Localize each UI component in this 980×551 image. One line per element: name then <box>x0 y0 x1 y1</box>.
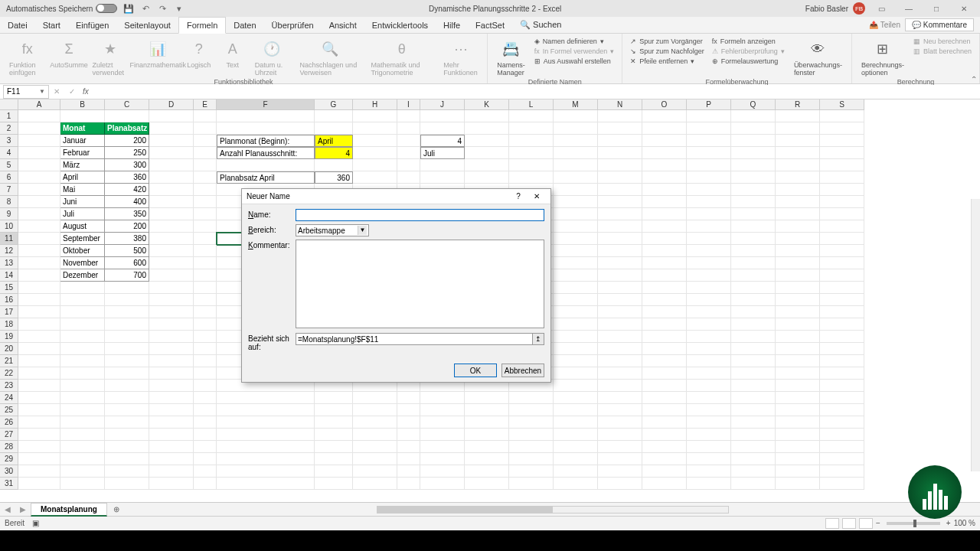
cell-S26[interactable] <box>820 416 864 429</box>
cell-R9[interactable] <box>776 208 820 220</box>
cell-Q1[interactable] <box>731 110 776 122</box>
cell-J6[interactable] <box>420 171 465 184</box>
cell-R2[interactable] <box>776 122 820 135</box>
tab-factset[interactable]: FactSet <box>468 18 512 33</box>
cell-M4[interactable] <box>554 147 598 159</box>
row-header-27[interactable]: 27 <box>0 429 18 441</box>
cell-S16[interactable] <box>820 294 864 306</box>
cell-R18[interactable] <box>776 318 820 331</box>
cell-R19[interactable] <box>776 331 820 343</box>
cell-N7[interactable] <box>598 184 642 196</box>
row-header-30[interactable]: 30 <box>0 465 18 478</box>
cell-C1[interactable] <box>105 110 149 122</box>
cell-B19[interactable] <box>60 331 105 343</box>
cell-P13[interactable] <box>687 257 731 269</box>
cell-L24[interactable] <box>509 392 554 404</box>
row-header-10[interactable]: 10 <box>0 220 18 233</box>
cell-P28[interactable] <box>687 441 731 453</box>
cell-S31[interactable] <box>820 478 864 490</box>
search-box[interactable]: 🔍 Suchen <box>512 17 569 33</box>
cell-E20[interactable] <box>194 343 217 355</box>
cell-C21[interactable] <box>105 355 149 367</box>
row-header-6[interactable]: 6 <box>0 171 18 184</box>
cell-R11[interactable] <box>776 233 820 245</box>
cell-S20[interactable] <box>820 343 864 355</box>
cell-B12[interactable]: Oktober <box>60 245 105 257</box>
cell-S18[interactable] <box>820 318 864 331</box>
cell-N3[interactable] <box>598 135 642 147</box>
cell-B9[interactable]: Juli <box>60 208 105 220</box>
tab-datei[interactable]: Datei <box>0 18 35 33</box>
row-header-26[interactable]: 26 <box>0 416 18 429</box>
cell-H26[interactable] <box>353 416 397 429</box>
cell-J29[interactable] <box>420 453 465 465</box>
cell-Q3[interactable] <box>731 135 776 147</box>
cell-Q8[interactable] <box>731 196 776 208</box>
cell-R29[interactable] <box>776 453 820 465</box>
cell-O15[interactable] <box>642 282 687 294</box>
cell-Q15[interactable] <box>731 282 776 294</box>
cell-I4[interactable] <box>397 147 420 159</box>
row-header-17[interactable]: 17 <box>0 306 18 318</box>
cell-F2[interactable] <box>217 122 315 135</box>
cell-Q12[interactable] <box>731 245 776 257</box>
cell-C14[interactable]: 700 <box>105 269 149 282</box>
col-header-J[interactable]: J <box>420 99 465 110</box>
cell-N14[interactable] <box>598 269 642 282</box>
tab-nav-prev-icon[interactable]: ◀ <box>0 505 15 514</box>
cell-L30[interactable] <box>509 465 554 478</box>
comment-textarea[interactable] <box>296 240 544 328</box>
cell-B8[interactable]: Juni <box>60 196 105 208</box>
cell-Q4[interactable] <box>731 147 776 159</box>
cell-P26[interactable] <box>687 416 731 429</box>
scope-select[interactable]: Arbeitsmappe▼ <box>296 224 369 236</box>
cell-B28[interactable] <box>60 441 105 453</box>
cell-B11[interactable]: September <box>60 233 105 245</box>
user-avatar[interactable]: FB <box>853 2 865 15</box>
cell-C22[interactable] <box>105 367 149 380</box>
cell-P23[interactable] <box>687 380 731 392</box>
maximize-icon[interactable]: □ <box>925 1 948 16</box>
cell-E10[interactable] <box>194 220 217 233</box>
cell-R30[interactable] <box>776 465 820 478</box>
row-header-9[interactable]: 9 <box>0 208 18 220</box>
cell-P29[interactable] <box>687 453 731 465</box>
cell-H2[interactable] <box>353 122 397 135</box>
text-button[interactable]: AText <box>218 37 247 70</box>
row-header-20[interactable]: 20 <box>0 343 18 355</box>
cell-P7[interactable] <box>687 184 731 196</box>
evaluate-formula-button[interactable]: ⊕ Formelauswertung <box>710 57 786 66</box>
col-header-B[interactable]: B <box>60 99 105 110</box>
cell-B18[interactable] <box>60 318 105 331</box>
cell-Q19[interactable] <box>731 331 776 343</box>
cell-E16[interactable] <box>194 294 217 306</box>
cell-D10[interactable] <box>149 220 194 233</box>
cell-E30[interactable] <box>194 465 217 478</box>
cell-R5[interactable] <box>776 159 820 171</box>
cell-H28[interactable] <box>353 441 397 453</box>
col-header-F[interactable]: F <box>217 99 315 110</box>
cell-C13[interactable]: 600 <box>105 257 149 269</box>
cell-P30[interactable] <box>687 465 731 478</box>
zoom-in-icon[interactable]: + <box>946 519 951 527</box>
cell-O30[interactable] <box>642 465 687 478</box>
cell-D19[interactable] <box>149 331 194 343</box>
cell-O16[interactable] <box>642 294 687 306</box>
cell-M29[interactable] <box>554 453 598 465</box>
cell-E14[interactable] <box>194 269 217 282</box>
cell-N22[interactable] <box>598 367 642 380</box>
recent-button[interactable]: ★Zuletzt verwendet <box>90 37 132 78</box>
tab-daten[interactable]: Daten <box>226 18 263 33</box>
cell-N27[interactable] <box>598 429 642 441</box>
cell-D26[interactable] <box>149 416 194 429</box>
cell-A3[interactable] <box>18 135 60 147</box>
cell-D8[interactable] <box>149 196 194 208</box>
cell-B22[interactable] <box>60 367 105 380</box>
zoom-slider[interactable] <box>887 522 940 525</box>
cell-E8[interactable] <box>194 196 217 208</box>
cell-D5[interactable] <box>149 159 194 171</box>
cell-I24[interactable] <box>397 392 420 404</box>
cell-C12[interactable]: 500 <box>105 245 149 257</box>
cell-K3[interactable] <box>465 135 509 147</box>
cell-H24[interactable] <box>353 392 397 404</box>
